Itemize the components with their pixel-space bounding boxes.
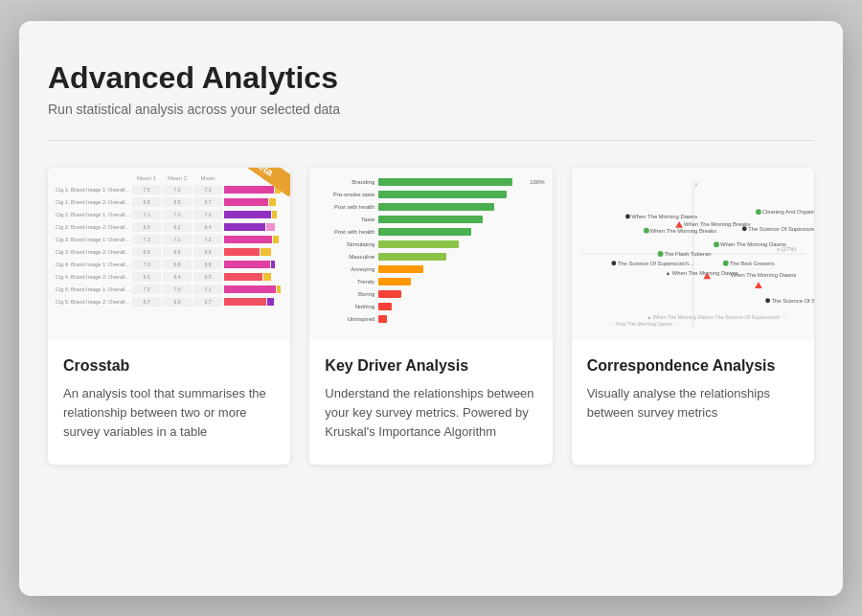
svg-text:When The Morning Dawns: When The Morning Dawns [631, 214, 697, 219]
key-driver-preview: Branding 100% Pre-smoke taste [309, 168, 552, 340]
col-header: Mean 1 [132, 175, 161, 181]
kd-label: Boring [317, 291, 374, 297]
svg-text:Cleaning And Organising Your C: Cleaning And Organising Your Car... [761, 209, 814, 215]
svg-text:The Science Of Superscotch...: The Science Of Superscotch... [617, 261, 692, 266]
svg-text:y: y [694, 181, 697, 187]
svg-text:When The Morning Breaks: When The Morning Breaks [684, 221, 750, 227]
kd-label: Branding [317, 179, 374, 185]
crosstab-preview: Beta Mean 1 Mean 2 Mean Cig 1: Brand Ima… [48, 168, 290, 340]
svg-point-8 [657, 251, 663, 257]
svg-text:When The Morning Breaks: When The Morning Breaks [650, 227, 716, 233]
key-driver-card-content: Key Driver Analysis Understand the relat… [309, 340, 552, 465]
kd-label: Uninspired [317, 316, 374, 322]
svg-point-22 [611, 261, 616, 265]
kd-label: Annoying [317, 266, 374, 272]
svg-text:The Flash Tuberan: The Flash Tuberan [664, 251, 711, 257]
kd-value: 100% [530, 179, 544, 185]
kd-label: Pre-smoke taste [317, 192, 374, 197]
svg-point-24 [765, 298, 770, 303]
svg-point-20 [741, 226, 746, 231]
key-driver-card-desc: Understand the relationships between you… [325, 384, 536, 442]
svg-text:The Best Growers: The Best Growers [729, 261, 774, 266]
svg-point-10 [722, 261, 728, 266]
col-header: Mean [193, 175, 222, 181]
kd-label: Nothing [317, 304, 374, 309]
svg-point-2 [756, 209, 761, 215]
crosstab-card-title: Crosstab [63, 357, 275, 375]
svg-text:▲ When The Morning Dawns      : ▲ When The Morning Dawns The Science Of … [646, 314, 786, 320]
page-header: Advanced Analytics Run statistical analy… [48, 59, 814, 117]
key-driver-card-title: Key Driver Analysis [325, 357, 536, 375]
main-window: Advanced Analytics Run statistical analy… [19, 21, 843, 596]
svg-marker-16 [755, 282, 762, 288]
svg-point-4 [644, 228, 649, 234]
crosstab-card-content: Crosstab An analysis tool that summarise… [48, 340, 290, 465]
kd-label: Stimulating [317, 241, 374, 247]
crosstab-card-desc: An analysis tool that summarises the rel… [63, 384, 275, 442]
header-divider [48, 140, 814, 141]
crosstab-card[interactable]: Beta Mean 1 Mean 2 Mean Cig 1: Brand Ima… [48, 168, 290, 465]
svg-text:The Science Of Superscotch...: The Science Of Superscotch... [771, 298, 814, 304]
svg-text:▲ When The Morning Dawns: ▲ When The Morning Dawns [665, 270, 737, 276]
kd-label: Post with health [317, 229, 374, 235]
correspondence-card-desc: Visually analyse the relationships betwe… [587, 384, 799, 422]
kd-label: Taste [317, 217, 374, 222]
correspondence-preview: Cleaning And Organising Your Car... When… [572, 168, 814, 340]
page-title: Advanced Analytics [48, 59, 814, 96]
svg-text:← How The Morning Opens →: ← How The Morning Opens → [609, 321, 679, 327]
kd-label: Trendy [317, 279, 374, 285]
correspondence-card-content: Correspondence Analysis Visually analyse… [572, 340, 814, 445]
svg-text:The Science Of Superscotch...: The Science Of Superscotch... [748, 226, 814, 232]
kd-label: Post with health [317, 204, 374, 210]
svg-text:x (27%): x (27%) [777, 246, 796, 252]
col-header: Mean 2 [163, 175, 192, 181]
svg-text:When The Morning Dawns: When The Morning Dawns [730, 272, 796, 278]
page-subtitle: Run statistical analysis across your sel… [48, 102, 814, 117]
kd-label: Masculine [317, 254, 374, 260]
correspondence-card-title: Correspondence Analysis [587, 357, 799, 375]
svg-marker-12 [675, 221, 683, 228]
key-driver-card[interactable]: Branding 100% Pre-smoke taste [309, 168, 552, 465]
cards-container: Beta Mean 1 Mean 2 Mean Cig 1: Brand Ima… [48, 168, 814, 465]
svg-point-6 [714, 241, 719, 247]
svg-point-18 [625, 214, 630, 218]
correspondence-card[interactable]: Cleaning And Organising Your Car... When… [572, 168, 814, 465]
